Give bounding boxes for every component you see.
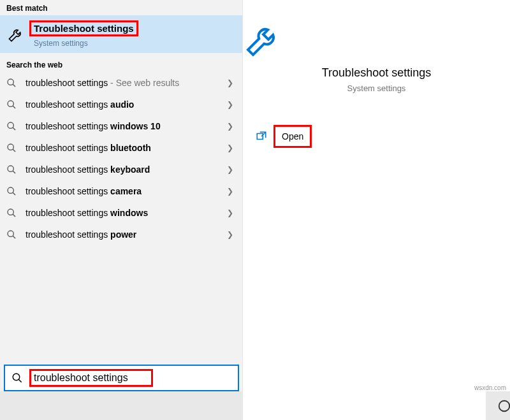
open-button-highlight: Open — [273, 125, 312, 148]
chevron-right-icon[interactable]: ❯ — [227, 143, 236, 152]
svg-line-15 — [13, 236, 15, 238]
search-icon — [6, 208, 19, 218]
svg-line-17 — [18, 379, 22, 382]
chevron-right-icon[interactable]: ❯ — [227, 100, 236, 109]
svg-point-19 — [499, 400, 510, 411]
chevron-right-icon[interactable]: ❯ — [227, 208, 236, 217]
chevron-right-icon[interactable]: ❯ — [227, 230, 236, 239]
chevron-right-icon[interactable]: ❯ — [227, 187, 236, 196]
svg-point-8 — [8, 166, 13, 171]
web-result-item[interactable]: troubleshoot settings windows 10 ❯ — [0, 115, 242, 137]
web-result-item[interactable]: troubleshoot settings audio ❯ — [0, 94, 242, 115]
preview-subtitle: System settings — [243, 83, 510, 93]
svg-point-6 — [8, 144, 13, 150]
search-input-highlight — [29, 369, 153, 387]
svg-point-10 — [8, 187, 13, 193]
wrench-icon — [243, 19, 510, 60]
svg-line-5 — [13, 127, 15, 130]
search-icon — [6, 164, 19, 175]
best-match-title: Troubleshoot settings — [29, 20, 138, 36]
taskbar: W — [486, 391, 510, 420]
open-action-row[interactable]: Open — [243, 125, 510, 148]
watermark: wsxdn.com — [474, 384, 506, 391]
preview-header: Troubleshoot settings System settings — [243, 0, 510, 93]
search-bar[interactable] — [4, 365, 239, 391]
web-result-label: troubleshoot settings keyboard — [26, 164, 227, 175]
search-results-panel: Best match Troubleshoot settings System … — [0, 0, 243, 420]
web-result-label: troubleshoot settings power — [26, 229, 227, 240]
web-result-label: troubleshoot settings - See web results — [26, 78, 227, 88]
svg-line-11 — [13, 192, 15, 195]
chevron-right-icon[interactable]: ❯ — [227, 165, 236, 174]
search-bar-container — [0, 361, 243, 391]
web-result-item[interactable]: troubleshoot settings power ❯ — [0, 224, 242, 245]
svg-point-12 — [8, 209, 13, 215]
search-icon — [6, 99, 19, 110]
search-icon — [6, 229, 19, 240]
web-result-label: troubleshoot settings windows — [26, 208, 227, 218]
svg-line-9 — [13, 171, 15, 173]
web-result-item[interactable]: troubleshoot settings camera ❯ — [0, 180, 242, 202]
svg-point-14 — [8, 231, 13, 236]
search-icon — [6, 78, 19, 88]
open-label: Open — [282, 131, 303, 141]
web-result-label: troubleshoot settings windows 10 — [26, 121, 227, 131]
best-match-text: Troubleshoot settings System settings — [32, 20, 138, 48]
search-input[interactable] — [34, 372, 149, 384]
svg-line-3 — [13, 106, 15, 108]
web-result-item[interactable]: troubleshoot settings windows ❯ — [0, 202, 242, 224]
svg-line-13 — [13, 214, 15, 217]
best-match-header: Best match — [0, 0, 242, 15]
chevron-right-icon[interactable]: ❯ — [227, 78, 236, 87]
preview-title: Troubleshoot settings — [243, 66, 510, 80]
cortana-icon[interactable] — [495, 397, 510, 415]
best-match-subtitle: System settings — [32, 36, 138, 48]
svg-point-0 — [8, 79, 13, 85]
web-result-label: troubleshoot settings bluetooth — [26, 143, 227, 153]
web-result-label: troubleshoot settings camera — [26, 186, 227, 196]
svg-point-4 — [8, 122, 13, 128]
best-match-item[interactable]: Troubleshoot settings System settings — [0, 15, 242, 53]
open-icon — [256, 131, 267, 142]
wrench-icon — [6, 25, 26, 44]
svg-point-16 — [13, 373, 20, 380]
search-icon — [6, 143, 19, 153]
search-icon — [6, 186, 19, 196]
search-icon — [6, 121, 19, 131]
web-result-item[interactable]: troubleshoot settings - See web results … — [0, 72, 242, 94]
search-icon — [5, 372, 29, 384]
search-web-header: Search the web — [0, 53, 242, 72]
chevron-right-icon[interactable]: ❯ — [227, 122, 236, 131]
taskbar-left-segment — [0, 391, 243, 420]
preview-panel: Troubleshoot settings System settings Op… — [243, 0, 510, 420]
svg-line-1 — [13, 84, 15, 87]
web-result-item[interactable]: troubleshoot settings bluetooth ❯ — [0, 137, 242, 159]
web-result-item[interactable]: troubleshoot settings keyboard ❯ — [0, 159, 242, 180]
svg-line-7 — [13, 149, 15, 152]
web-result-label: troubleshoot settings audio — [26, 99, 227, 110]
svg-point-2 — [8, 101, 13, 106]
